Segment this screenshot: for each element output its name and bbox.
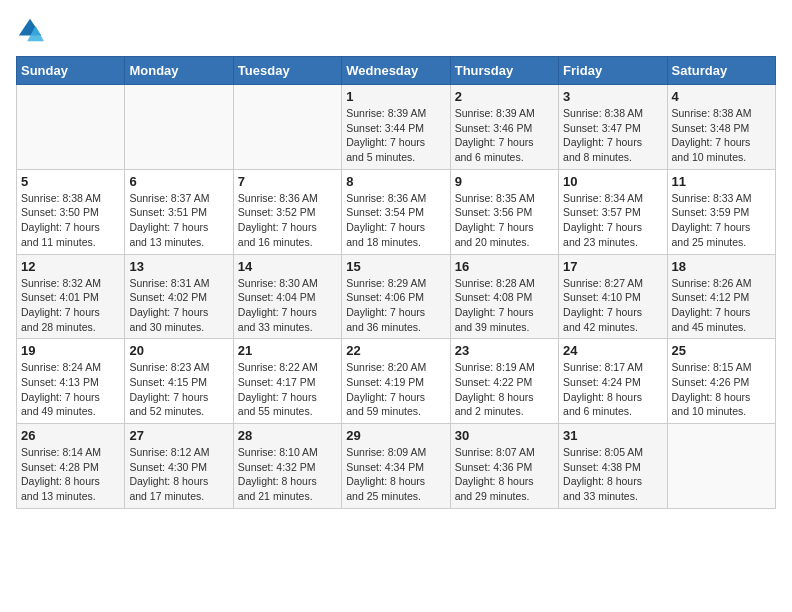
day-info: Sunrise: 8:37 AM Sunset: 3:51 PM Dayligh… bbox=[129, 191, 228, 250]
day-info: Sunrise: 8:35 AM Sunset: 3:56 PM Dayligh… bbox=[455, 191, 554, 250]
day-info: Sunrise: 8:20 AM Sunset: 4:19 PM Dayligh… bbox=[346, 360, 445, 419]
day-info: Sunrise: 8:39 AM Sunset: 3:44 PM Dayligh… bbox=[346, 106, 445, 165]
day-number: 7 bbox=[238, 174, 337, 189]
day-number: 11 bbox=[672, 174, 771, 189]
day-info: Sunrise: 8:24 AM Sunset: 4:13 PM Dayligh… bbox=[21, 360, 120, 419]
calendar-day-header: Saturday bbox=[667, 57, 775, 85]
calendar-cell: 8Sunrise: 8:36 AM Sunset: 3:54 PM Daylig… bbox=[342, 169, 450, 254]
calendar-day-header: Wednesday bbox=[342, 57, 450, 85]
calendar-cell: 18Sunrise: 8:26 AM Sunset: 4:12 PM Dayli… bbox=[667, 254, 775, 339]
calendar-cell: 19Sunrise: 8:24 AM Sunset: 4:13 PM Dayli… bbox=[17, 339, 125, 424]
day-info: Sunrise: 8:39 AM Sunset: 3:46 PM Dayligh… bbox=[455, 106, 554, 165]
day-number: 19 bbox=[21, 343, 120, 358]
calendar-cell: 31Sunrise: 8:05 AM Sunset: 4:38 PM Dayli… bbox=[559, 424, 667, 509]
day-info: Sunrise: 8:14 AM Sunset: 4:28 PM Dayligh… bbox=[21, 445, 120, 504]
day-info: Sunrise: 8:38 AM Sunset: 3:48 PM Dayligh… bbox=[672, 106, 771, 165]
day-number: 20 bbox=[129, 343, 228, 358]
day-info: Sunrise: 8:12 AM Sunset: 4:30 PM Dayligh… bbox=[129, 445, 228, 504]
day-number: 12 bbox=[21, 259, 120, 274]
day-info: Sunrise: 8:27 AM Sunset: 4:10 PM Dayligh… bbox=[563, 276, 662, 335]
calendar-day-header: Sunday bbox=[17, 57, 125, 85]
calendar-cell: 28Sunrise: 8:10 AM Sunset: 4:32 PM Dayli… bbox=[233, 424, 341, 509]
calendar-week-row: 12Sunrise: 8:32 AM Sunset: 4:01 PM Dayli… bbox=[17, 254, 776, 339]
page-header bbox=[16, 16, 776, 44]
day-number: 16 bbox=[455, 259, 554, 274]
day-info: Sunrise: 8:32 AM Sunset: 4:01 PM Dayligh… bbox=[21, 276, 120, 335]
calendar-week-row: 26Sunrise: 8:14 AM Sunset: 4:28 PM Dayli… bbox=[17, 424, 776, 509]
calendar-cell: 30Sunrise: 8:07 AM Sunset: 4:36 PM Dayli… bbox=[450, 424, 558, 509]
day-info: Sunrise: 8:33 AM Sunset: 3:59 PM Dayligh… bbox=[672, 191, 771, 250]
calendar-cell: 9Sunrise: 8:35 AM Sunset: 3:56 PM Daylig… bbox=[450, 169, 558, 254]
calendar-cell: 3Sunrise: 8:38 AM Sunset: 3:47 PM Daylig… bbox=[559, 85, 667, 170]
day-number: 3 bbox=[563, 89, 662, 104]
calendar-cell: 21Sunrise: 8:22 AM Sunset: 4:17 PM Dayli… bbox=[233, 339, 341, 424]
day-number: 13 bbox=[129, 259, 228, 274]
day-info: Sunrise: 8:26 AM Sunset: 4:12 PM Dayligh… bbox=[672, 276, 771, 335]
calendar-cell: 25Sunrise: 8:15 AM Sunset: 4:26 PM Dayli… bbox=[667, 339, 775, 424]
day-info: Sunrise: 8:28 AM Sunset: 4:08 PM Dayligh… bbox=[455, 276, 554, 335]
logo-icon bbox=[16, 16, 44, 44]
day-number: 30 bbox=[455, 428, 554, 443]
day-number: 25 bbox=[672, 343, 771, 358]
day-number: 6 bbox=[129, 174, 228, 189]
day-info: Sunrise: 8:10 AM Sunset: 4:32 PM Dayligh… bbox=[238, 445, 337, 504]
day-info: Sunrise: 8:29 AM Sunset: 4:06 PM Dayligh… bbox=[346, 276, 445, 335]
day-info: Sunrise: 8:36 AM Sunset: 3:52 PM Dayligh… bbox=[238, 191, 337, 250]
day-number: 14 bbox=[238, 259, 337, 274]
calendar-cell: 11Sunrise: 8:33 AM Sunset: 3:59 PM Dayli… bbox=[667, 169, 775, 254]
calendar-day-header: Tuesday bbox=[233, 57, 341, 85]
day-info: Sunrise: 8:30 AM Sunset: 4:04 PM Dayligh… bbox=[238, 276, 337, 335]
day-info: Sunrise: 8:19 AM Sunset: 4:22 PM Dayligh… bbox=[455, 360, 554, 419]
day-info: Sunrise: 8:22 AM Sunset: 4:17 PM Dayligh… bbox=[238, 360, 337, 419]
day-number: 10 bbox=[563, 174, 662, 189]
day-number: 28 bbox=[238, 428, 337, 443]
day-info: Sunrise: 8:38 AM Sunset: 3:47 PM Dayligh… bbox=[563, 106, 662, 165]
logo bbox=[16, 16, 48, 44]
calendar-week-row: 5Sunrise: 8:38 AM Sunset: 3:50 PM Daylig… bbox=[17, 169, 776, 254]
calendar-week-row: 1Sunrise: 8:39 AM Sunset: 3:44 PM Daylig… bbox=[17, 85, 776, 170]
calendar-cell bbox=[125, 85, 233, 170]
calendar-cell: 20Sunrise: 8:23 AM Sunset: 4:15 PM Dayli… bbox=[125, 339, 233, 424]
day-number: 4 bbox=[672, 89, 771, 104]
day-info: Sunrise: 8:15 AM Sunset: 4:26 PM Dayligh… bbox=[672, 360, 771, 419]
calendar-cell: 10Sunrise: 8:34 AM Sunset: 3:57 PM Dayli… bbox=[559, 169, 667, 254]
day-number: 21 bbox=[238, 343, 337, 358]
calendar-cell bbox=[17, 85, 125, 170]
calendar-cell: 24Sunrise: 8:17 AM Sunset: 4:24 PM Dayli… bbox=[559, 339, 667, 424]
calendar-cell: 2Sunrise: 8:39 AM Sunset: 3:46 PM Daylig… bbox=[450, 85, 558, 170]
day-info: Sunrise: 8:38 AM Sunset: 3:50 PM Dayligh… bbox=[21, 191, 120, 250]
calendar-cell: 29Sunrise: 8:09 AM Sunset: 4:34 PM Dayli… bbox=[342, 424, 450, 509]
calendar-cell: 17Sunrise: 8:27 AM Sunset: 4:10 PM Dayli… bbox=[559, 254, 667, 339]
calendar-cell: 26Sunrise: 8:14 AM Sunset: 4:28 PM Dayli… bbox=[17, 424, 125, 509]
calendar-cell: 5Sunrise: 8:38 AM Sunset: 3:50 PM Daylig… bbox=[17, 169, 125, 254]
day-info: Sunrise: 8:31 AM Sunset: 4:02 PM Dayligh… bbox=[129, 276, 228, 335]
calendar-week-row: 19Sunrise: 8:24 AM Sunset: 4:13 PM Dayli… bbox=[17, 339, 776, 424]
day-number: 18 bbox=[672, 259, 771, 274]
calendar-day-header: Thursday bbox=[450, 57, 558, 85]
calendar-cell bbox=[667, 424, 775, 509]
calendar-header-row: SundayMondayTuesdayWednesdayThursdayFrid… bbox=[17, 57, 776, 85]
calendar-table: SundayMondayTuesdayWednesdayThursdayFrid… bbox=[16, 56, 776, 509]
calendar-cell: 1Sunrise: 8:39 AM Sunset: 3:44 PM Daylig… bbox=[342, 85, 450, 170]
day-number: 15 bbox=[346, 259, 445, 274]
day-number: 5 bbox=[21, 174, 120, 189]
calendar-cell: 6Sunrise: 8:37 AM Sunset: 3:51 PM Daylig… bbox=[125, 169, 233, 254]
calendar-day-header: Friday bbox=[559, 57, 667, 85]
day-info: Sunrise: 8:17 AM Sunset: 4:24 PM Dayligh… bbox=[563, 360, 662, 419]
calendar-cell: 4Sunrise: 8:38 AM Sunset: 3:48 PM Daylig… bbox=[667, 85, 775, 170]
day-info: Sunrise: 8:36 AM Sunset: 3:54 PM Dayligh… bbox=[346, 191, 445, 250]
day-info: Sunrise: 8:07 AM Sunset: 4:36 PM Dayligh… bbox=[455, 445, 554, 504]
day-info: Sunrise: 8:05 AM Sunset: 4:38 PM Dayligh… bbox=[563, 445, 662, 504]
day-number: 1 bbox=[346, 89, 445, 104]
calendar-cell: 27Sunrise: 8:12 AM Sunset: 4:30 PM Dayli… bbox=[125, 424, 233, 509]
day-number: 27 bbox=[129, 428, 228, 443]
calendar-cell: 13Sunrise: 8:31 AM Sunset: 4:02 PM Dayli… bbox=[125, 254, 233, 339]
day-number: 22 bbox=[346, 343, 445, 358]
calendar-cell: 15Sunrise: 8:29 AM Sunset: 4:06 PM Dayli… bbox=[342, 254, 450, 339]
day-info: Sunrise: 8:23 AM Sunset: 4:15 PM Dayligh… bbox=[129, 360, 228, 419]
day-number: 17 bbox=[563, 259, 662, 274]
calendar-cell: 12Sunrise: 8:32 AM Sunset: 4:01 PM Dayli… bbox=[17, 254, 125, 339]
calendar-cell: 14Sunrise: 8:30 AM Sunset: 4:04 PM Dayli… bbox=[233, 254, 341, 339]
day-number: 8 bbox=[346, 174, 445, 189]
day-number: 31 bbox=[563, 428, 662, 443]
